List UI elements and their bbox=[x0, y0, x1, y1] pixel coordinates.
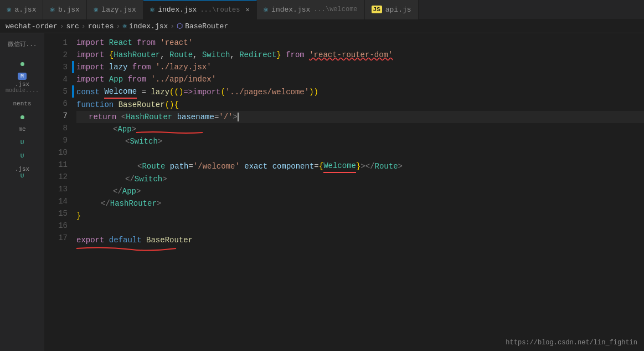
line-num-15: 15 bbox=[44, 207, 68, 220]
code-line-17: export default BaseRouter bbox=[76, 234, 644, 246]
line-num-5: 5 bbox=[44, 85, 68, 98]
sidebar-item-u1[interactable]: U bbox=[0, 137, 44, 148]
line-num-17: 17 bbox=[44, 232, 68, 244]
sidebar-item-jsx-u[interactable]: .jsx U bbox=[0, 164, 44, 181]
line-num-6: 6 bbox=[44, 98, 68, 110]
tab-index-jsx-routes[interactable]: ⚛ index.jsx ...\routes ✕ bbox=[143, 0, 257, 19]
code-line-2: import { HashRouter , Route , Switch , R… bbox=[76, 49, 644, 61]
tab-bar: ⚛ a.jsx ⚛ b.jsx ⚛ lazy.jsx ⚛ index.jsx .… bbox=[0, 0, 644, 19]
main-area: 微信订... M .jsx module.... nents me U U .j… bbox=[0, 33, 644, 351]
tab-subtitle: ...\routes bbox=[200, 6, 240, 14]
code-line-3: import lazy from './lazy.jsx' bbox=[76, 61, 644, 73]
line-num-13: 13 bbox=[44, 183, 68, 195]
sidebar-item-nents[interactable]: nents bbox=[0, 98, 44, 109]
react-icon: ⚛ bbox=[150, 5, 154, 14]
line-numbers: 1 2 3 4 5 6 7 8 9 10 11 12 13 14 15 16 1… bbox=[44, 33, 72, 351]
line-num-10: 10 bbox=[44, 146, 68, 159]
line-num-4: 4 bbox=[44, 73, 68, 85]
sidebar-item-dot2[interactable] bbox=[0, 111, 44, 121]
tab-api-js[interactable]: JS api.js bbox=[365, 0, 419, 19]
react-icon: ⚛ bbox=[50, 5, 54, 14]
line-marker-3 bbox=[72, 61, 74, 73]
code-line-5: const Welcome = lazy ( ( ) => import ( '… bbox=[76, 85, 644, 99]
code-line-6: function BaseRouter () { bbox=[76, 99, 644, 111]
code-line-1: import React from 'react' bbox=[76, 37, 644, 49]
code-line-4: import App from '../app/index' bbox=[76, 73, 644, 85]
line-num-3: 3 bbox=[44, 61, 68, 73]
line-num-14: 14 bbox=[44, 195, 68, 207]
line-num-8: 8 bbox=[44, 122, 68, 134]
tab-label: a.jsx bbox=[14, 6, 36, 14]
code-line-13: </ App > bbox=[76, 185, 644, 197]
react-icon: ⚛ bbox=[7, 5, 11, 14]
tab-label: lazy.jsx bbox=[101, 6, 136, 14]
code-line-14: </ HashRouter > bbox=[76, 197, 644, 210]
line-num-9: 9 bbox=[44, 134, 68, 146]
code-line-15: } bbox=[76, 210, 644, 222]
sidebar-item-me[interactable]: me bbox=[0, 124, 44, 135]
line-num-11: 11 bbox=[44, 159, 68, 171]
code-line-7: return < HashRouter basename = '/' > bbox=[76, 111, 644, 123]
code-line-16 bbox=[76, 222, 644, 234]
tab-label: b.jsx bbox=[58, 6, 80, 14]
sidebar-item-u2[interactable]: U bbox=[0, 150, 44, 161]
tab-label: api.js bbox=[385, 6, 411, 14]
line-num-2: 2 bbox=[44, 49, 68, 61]
tab-label: index.jsx bbox=[271, 6, 310, 14]
code-line-11: < Route path = '/welcome' exact componen… bbox=[76, 160, 644, 173]
js-icon: JS bbox=[372, 6, 382, 13]
code-line-12: </ Switch > bbox=[76, 173, 644, 185]
editor: 1 2 3 4 5 6 7 8 9 10 11 12 13 14 15 16 1… bbox=[44, 33, 644, 351]
line-num-1: 1 bbox=[44, 37, 68, 49]
tab-a-jsx[interactable]: ⚛ a.jsx bbox=[0, 0, 43, 19]
code-line-10 bbox=[76, 147, 644, 160]
tab-close-button[interactable]: ✕ bbox=[245, 6, 249, 14]
line-num-7: 7 bbox=[44, 110, 68, 122]
breadcrumb: wechat-order › src › routes › ⚛ index.js… bbox=[0, 19, 644, 33]
code-line-9: < Switch > bbox=[76, 135, 644, 147]
sidebar: 微信订... M .jsx module.... nents me U U .j… bbox=[0, 33, 44, 351]
watermark: https://blog.csdn.net/lin_fightin bbox=[506, 339, 637, 347]
tab-lazy-jsx[interactable]: ⚛ lazy.jsx bbox=[87, 0, 143, 19]
code-line-8: < App > bbox=[76, 123, 644, 135]
react-icon: ⚛ bbox=[94, 5, 98, 14]
tab-b-jsx[interactable]: ⚛ b.jsx bbox=[43, 0, 86, 19]
line-num-12: 12 bbox=[44, 171, 68, 183]
line-marker-5 bbox=[72, 85, 74, 98]
tab-subtitle: ...\welcome bbox=[313, 6, 357, 13]
sidebar-item-dot1[interactable] bbox=[0, 58, 44, 68]
sidebar-item-wechat[interactable]: 微信订... bbox=[0, 38, 44, 56]
sidebar-item-jsx-module[interactable]: M .jsx module.... bbox=[0, 70, 44, 96]
code-area[interactable]: import React from 'react' import { HashR… bbox=[72, 33, 644, 351]
react-icon: ⚛ bbox=[264, 5, 268, 14]
tab-index-jsx-welcome[interactable]: ⚛ index.jsx ...\welcome bbox=[257, 0, 365, 19]
line-num-16: 16 bbox=[44, 220, 68, 232]
tab-label: index.jsx bbox=[158, 6, 197, 14]
